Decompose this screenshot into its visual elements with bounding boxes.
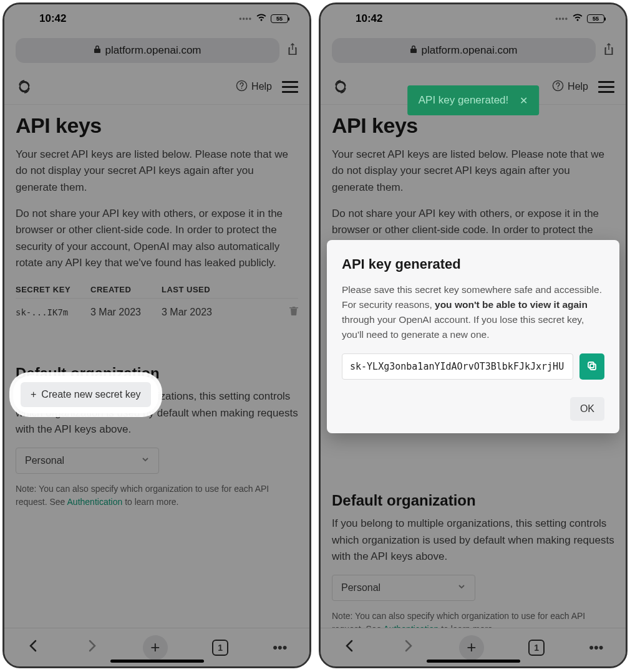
table-header: SECRET KEY CREATED LAST USED xyxy=(16,281,298,299)
tabs-icon[interactable]: 1 xyxy=(528,640,545,656)
wifi-icon xyxy=(256,13,267,24)
help-label: Help xyxy=(251,81,272,92)
url-bar-row: platform.openai.com xyxy=(4,33,309,69)
back-icon[interactable] xyxy=(27,639,41,656)
th-created: CREATED xyxy=(90,285,162,294)
org-selected: Personal xyxy=(341,582,380,593)
cellular-icon: •••• xyxy=(555,14,568,23)
help-link[interactable]: Help xyxy=(236,80,272,94)
url-text: platform.openai.com xyxy=(421,44,517,57)
highlight-create-button: + Create new secret key xyxy=(13,376,158,413)
more-icon[interactable]: ••• xyxy=(273,640,287,656)
help-link[interactable]: Help xyxy=(552,80,588,94)
cell-used: 3 Mar 2023 xyxy=(162,307,289,318)
key-row: sk-YLXg3onba1anYIdAOrvOT3BlbkFJkJxrjHU xyxy=(342,353,604,380)
share-icon[interactable] xyxy=(603,42,614,59)
intro-paragraph-1: Your secret API keys are listed below. P… xyxy=(16,146,298,196)
org-select[interactable]: Personal xyxy=(332,575,475,601)
copy-icon xyxy=(586,360,598,373)
openai-logo-icon xyxy=(16,78,33,95)
lock-icon xyxy=(94,44,101,57)
page-title: API keys xyxy=(332,113,614,138)
api-key-field[interactable]: sk-YLXg3onba1anYIdAOrvOT3BlbkFJkJxrjHU xyxy=(342,353,573,380)
org-selected: Personal xyxy=(25,455,64,466)
close-icon[interactable]: ✕ xyxy=(520,95,528,107)
cell-created: 3 Mar 2023 xyxy=(90,307,162,318)
status-bar: 10:42 •••• 55 xyxy=(4,4,309,33)
url-bar[interactable]: platform.openai.com xyxy=(16,38,279,63)
home-indicator xyxy=(110,660,204,663)
back-icon[interactable] xyxy=(343,639,357,656)
toast-text: API key generated! xyxy=(419,94,509,107)
menu-icon[interactable] xyxy=(598,81,614,93)
intro-paragraph-1: Your secret API keys are listed below. P… xyxy=(332,146,614,196)
ok-button[interactable]: OK xyxy=(570,397,604,421)
status-time: 10:42 xyxy=(39,12,66,25)
help-icon xyxy=(236,80,248,94)
copy-button[interactable] xyxy=(579,353,604,380)
svg-rect-5 xyxy=(588,362,594,368)
intro-paragraph-2: Do not share your API key with others, o… xyxy=(16,206,298,271)
url-text: platform.openai.com xyxy=(105,44,201,57)
create-label: Create new secret key xyxy=(41,389,140,400)
auth-link[interactable]: Authentication xyxy=(67,497,123,507)
plus-icon: + xyxy=(31,389,36,400)
menu-icon[interactable] xyxy=(282,81,298,93)
status-time: 10:42 xyxy=(356,12,382,25)
toast-api-key-generated: API key generated! ✕ xyxy=(407,85,540,115)
battery-icon: 55 xyxy=(587,14,604,23)
create-secret-key-button-highlight[interactable]: + Create new secret key xyxy=(21,382,151,407)
share-icon[interactable] xyxy=(287,42,298,59)
default-org-text: If you belong to multiple organizations,… xyxy=(332,516,614,565)
modal-title: API key generated xyxy=(342,256,604,272)
trash-icon[interactable] xyxy=(289,306,298,319)
th-secret-key: SECRET KEY xyxy=(16,285,90,294)
th-last-used: LAST USED xyxy=(162,285,298,294)
battery-icon: 55 xyxy=(271,14,288,23)
org-note: Note: You can also specify which organiz… xyxy=(16,482,298,509)
more-icon[interactable]: ••• xyxy=(589,640,603,656)
svg-rect-4 xyxy=(590,364,596,370)
default-org-heading: Default organization xyxy=(332,492,614,509)
forward-icon[interactable] xyxy=(85,639,99,656)
openai-logo-icon xyxy=(332,78,349,95)
org-select[interactable]: Personal xyxy=(16,448,159,474)
api-key-modal: API key generated Please save this secre… xyxy=(327,240,619,433)
help-icon xyxy=(552,80,564,94)
tabs-icon[interactable]: 1 xyxy=(212,640,228,656)
page-title: API keys xyxy=(16,113,298,138)
chevron-down-icon xyxy=(141,455,150,466)
new-tab-icon[interactable]: + xyxy=(143,635,168,660)
wifi-icon xyxy=(572,13,583,24)
app-header: Help xyxy=(4,69,309,105)
url-bar-row: platform.openai.com xyxy=(321,33,626,69)
help-label: Help xyxy=(568,81,588,92)
new-tab-icon[interactable]: + xyxy=(459,635,484,660)
cell-key: sk-...IK7m xyxy=(16,307,90,317)
phone-right: 10:42 •••• 55 platform.openai.com xyxy=(319,2,628,668)
page-content: API keys Your secret API keys are listed… xyxy=(4,105,309,628)
cellular-icon: •••• xyxy=(239,14,252,23)
status-bar: 10:42 •••• 55 xyxy=(321,4,626,33)
modal-text: Please save this secret key somewhere sa… xyxy=(342,282,604,342)
url-bar[interactable]: platform.openai.com xyxy=(332,38,596,63)
home-indicator xyxy=(427,660,520,663)
org-note: Note: You can also specify which organiz… xyxy=(332,610,614,628)
forward-icon[interactable] xyxy=(401,639,415,656)
lock-icon xyxy=(410,44,417,57)
table-row: sk-...IK7m 3 Mar 2023 3 Mar 2023 xyxy=(16,299,298,326)
chevron-down-icon xyxy=(457,582,466,593)
phone-left: 10:42 •••• 55 platform.openai.com xyxy=(2,2,311,668)
